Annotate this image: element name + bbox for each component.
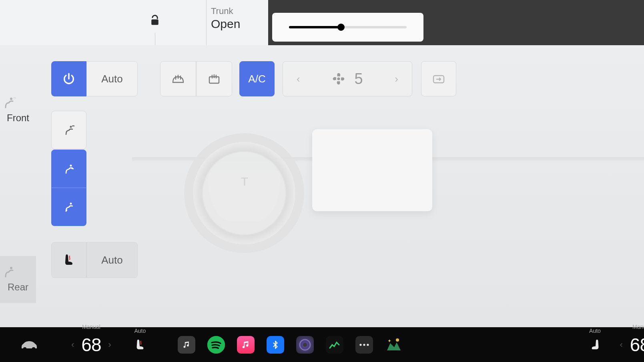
ac-label: A/C (248, 73, 265, 85)
svg-point-8 (70, 203, 72, 205)
trunk-status[interactable]: Trunk Open (211, 6, 240, 31)
seat-heat-segment: Auto (51, 242, 138, 278)
fan-center: 5 (332, 70, 363, 88)
app-apple-music[interactable] (237, 336, 255, 354)
right-seat-label: Auto (589, 328, 601, 334)
bluetooth-icon (271, 339, 280, 350)
tesla-logo-icon: T (241, 175, 247, 188)
defrost-front-button[interactable] (160, 61, 196, 96)
airflow-feet-button[interactable] (51, 188, 86, 226)
car-icon (19, 339, 39, 351)
recirc-cluster (421, 61, 456, 96)
app-stocks[interactable] (326, 336, 343, 354)
svg-point-9 (23, 347, 26, 350)
app-music[interactable] (178, 336, 195, 354)
airflow-person-icon (0, 265, 36, 278)
zone-front-label: Front (0, 112, 36, 124)
right-seat-heat-button[interactable]: Auto (590, 338, 601, 352)
lock-unlocked-icon[interactable] (149, 14, 161, 26)
svg-point-10 (32, 347, 35, 350)
svg-point-13 (303, 343, 307, 347)
airflow-person-icon (0, 96, 36, 108)
separator (155, 33, 155, 45)
left-temp-value: 68 (81, 334, 101, 356)
defrost-rear-button[interactable] (196, 61, 232, 96)
seat-auto-button[interactable]: Auto (86, 242, 138, 278)
fan-box: ‹ 5 › (283, 61, 412, 96)
power-auto-segment: Auto (51, 61, 138, 96)
svg-point-17 (396, 338, 399, 342)
interior-illustration: T (104, 105, 644, 319)
svg-point-1 (10, 98, 12, 100)
svg-point-16 (367, 344, 369, 346)
power-icon (62, 72, 76, 86)
ac-cluster: A/C (239, 61, 275, 96)
home-decor-icon (385, 338, 402, 352)
chart-line-icon (329, 340, 341, 350)
svg-point-4 (337, 77, 340, 80)
airflow-body-button[interactable] (51, 150, 86, 188)
climate-main: Front Rear Auto A/C ‹ (0, 45, 644, 327)
svg-rect-0 (151, 20, 158, 25)
power-button[interactable] (51, 61, 86, 96)
music-note-icon (241, 340, 250, 349)
car-button[interactable] (19, 339, 39, 351)
music-note-icon (183, 341, 191, 349)
app-spotify[interactable] (207, 336, 225, 354)
svg-point-14 (359, 344, 361, 346)
recirculate-icon (432, 73, 445, 84)
ac-button[interactable]: A/C (239, 61, 275, 96)
trunk-value: Open (211, 17, 240, 31)
left-seat-label: Auto (134, 328, 146, 334)
airflow-face-icon (63, 124, 75, 136)
right-temp-label: Manu (632, 324, 644, 330)
left-temp-label: Manual (82, 324, 100, 330)
airflow-direction-column (51, 111, 86, 226)
airflow-face-button[interactable] (51, 111, 86, 149)
svg-point-7 (70, 165, 72, 167)
right-temp-value: 68 (630, 334, 644, 356)
auto-label: Auto (101, 73, 123, 85)
left-seat-heat-button[interactable]: Auto (134, 338, 146, 352)
app-home-decor[interactable] (385, 336, 403, 354)
recirculate-button[interactable] (421, 61, 456, 96)
fan-cluster: ‹ 5 › (283, 61, 412, 96)
slider-handle[interactable] (337, 24, 345, 31)
left-temp-control: Manual ‹ 68 › (64, 334, 118, 356)
left-temp-increase-button[interactable]: › (101, 340, 118, 350)
zone-tab-rear[interactable]: Rear (0, 256, 36, 303)
separator (206, 0, 207, 45)
defrost-segment (160, 61, 232, 96)
slider-fill (289, 26, 341, 28)
seat-heat-button[interactable] (51, 242, 86, 278)
spotify-icon (207, 336, 225, 354)
trunk-label: Trunk (211, 6, 240, 16)
fan-speed-value: 5 (354, 70, 363, 88)
right-temp-decrease-button[interactable]: ‹ (613, 340, 630, 350)
app-tray (178, 336, 403, 354)
left-temp-decrease-button[interactable]: ‹ (64, 340, 81, 350)
defrost-front-icon (171, 73, 185, 85)
lens-icon (299, 339, 311, 351)
top-bar: Trunk Open (0, 0, 644, 45)
seat-heat-icon (63, 253, 75, 267)
zone-tab-front[interactable]: Front (0, 90, 36, 129)
fan-icon (332, 72, 345, 86)
ellipsis-icon (359, 343, 370, 347)
auto-button[interactable]: Auto (86, 61, 138, 96)
app-more[interactable] (355, 336, 373, 354)
fan-increase-button[interactable]: › (391, 69, 401, 89)
airflow-body-icon (63, 163, 75, 175)
app-camera[interactable] (296, 336, 314, 354)
airflow-feet-icon (63, 201, 75, 213)
seat-heat-icon (134, 338, 146, 352)
app-bluetooth[interactable] (267, 336, 284, 354)
zone-rail: Front Rear (0, 45, 36, 327)
bottom-bar: Manual ‹ 68 › Auto (0, 327, 644, 362)
svg-point-6 (70, 126, 72, 128)
defrost-rear-icon (207, 73, 221, 85)
zone-rear-label: Rear (0, 282, 36, 293)
fan-decrease-button[interactable]: ‹ (293, 69, 303, 89)
right-temp-control: Manu ‹ 68 (613, 334, 644, 356)
svg-point-15 (363, 344, 365, 346)
